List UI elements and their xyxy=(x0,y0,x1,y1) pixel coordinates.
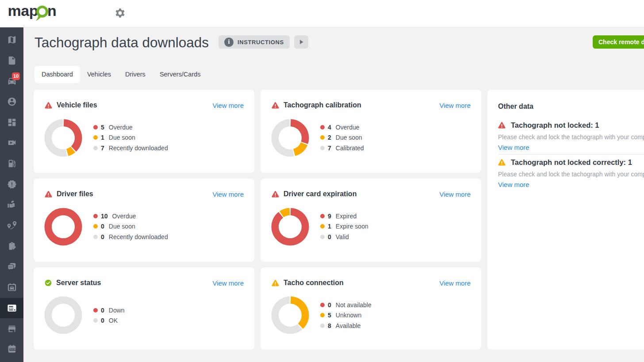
svg-text:n: n xyxy=(47,2,56,19)
svg-text:NEW: NEW xyxy=(10,348,16,351)
svg-text:map: map xyxy=(8,2,38,19)
